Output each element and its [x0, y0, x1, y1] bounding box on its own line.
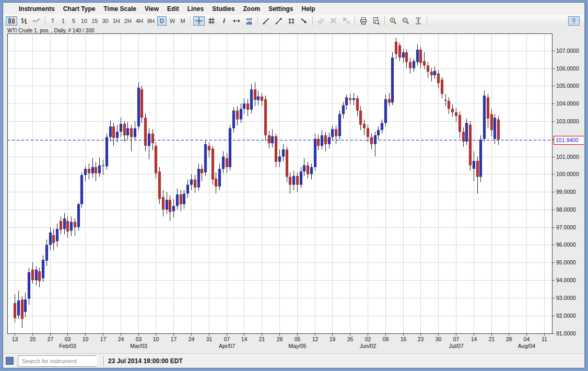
menu-item-lines[interactable]: Lines	[183, 4, 208, 14]
timescale-label: 10	[81, 18, 87, 24]
ray-icon	[275, 17, 283, 25]
x-axis-month-label: Mar/03	[130, 343, 147, 349]
print-button[interactable]	[358, 16, 369, 26]
volume-button[interactable]: vol	[243, 16, 255, 26]
zoom-out-button[interactable]	[400, 16, 411, 26]
chart-canvas[interactable]: 101.940091.000092.000093.000094.000095.0…	[4, 26, 584, 353]
search-box	[18, 355, 96, 367]
timescale-8h-button[interactable]: 8H	[146, 16, 156, 26]
arrow-button[interactable]	[298, 16, 310, 26]
expand-horizontal-button[interactable]	[231, 16, 242, 26]
timescale-1-button[interactable]: 1	[58, 16, 68, 26]
trendline-button[interactable]	[261, 16, 272, 26]
parallel-lines-icon	[317, 17, 325, 25]
timescale-label: W	[170, 18, 175, 24]
window-content: InstrumentsChart TypeTime ScaleViewEditL…	[3, 3, 584, 367]
candle	[483, 90, 486, 142]
grid-button[interactable]	[206, 16, 217, 26]
pin-toolbar-button[interactable]	[568, 16, 580, 26]
print-preview-icon	[372, 17, 380, 25]
y-axis-label: 99.0000	[556, 189, 576, 195]
timescale-2h-button[interactable]: 2H	[123, 16, 133, 26]
toolbar-separator	[190, 16, 191, 26]
menu-item-zoom[interactable]: Zoom	[239, 4, 264, 14]
x-axis-month-label: Feb/03	[59, 343, 76, 349]
candle	[384, 95, 387, 126]
parallel-lines-button[interactable]	[315, 16, 327, 26]
timescale-w-button[interactable]: W	[168, 16, 177, 26]
y-axis-label: 91.0000	[556, 330, 576, 337]
candle	[286, 147, 288, 182]
toolbar-separator	[312, 16, 313, 26]
delete-all-button[interactable]: all	[340, 16, 352, 26]
pin-icon	[570, 17, 578, 25]
menu-item-chart-type[interactable]: Chart Type	[59, 4, 100, 14]
x-axis-label: 21	[489, 336, 495, 342]
y-axis-label: 92.0000	[556, 312, 576, 319]
x-axis-label: 20	[30, 336, 36, 342]
line-chart-button[interactable]	[31, 16, 42, 26]
crosshair-button[interactable]	[193, 16, 205, 26]
candle	[137, 83, 140, 130]
x-axis-label: 28	[506, 336, 512, 342]
y-axis: 91.000092.000093.000094.000095.000096.00…	[552, 48, 579, 337]
y-axis-label: 96.0000	[556, 241, 576, 248]
arrow-icon	[300, 17, 308, 25]
x-axis-month-label: Aug/04	[518, 343, 535, 349]
timescale-label: 4H	[136, 18, 143, 24]
timescale-label: D	[160, 18, 164, 24]
search-input[interactable]	[21, 356, 97, 366]
info-button[interactable]: i	[218, 16, 230, 26]
menu-item-help[interactable]: Help	[297, 4, 319, 14]
zoom-in-button[interactable]	[387, 16, 399, 26]
menubar: InstrumentsChart TypeTime ScaleViewEditL…	[3, 3, 584, 15]
fit-vertical-button[interactable]	[413, 16, 424, 26]
timescale-label: 5	[72, 18, 75, 24]
x-axis-label: 11	[542, 336, 547, 342]
timescale-label: T	[51, 18, 55, 24]
candle	[155, 142, 157, 178]
candle	[140, 86, 143, 123]
menu-item-instruments[interactable]: Instruments	[15, 4, 59, 14]
x-axis-label: 31	[206, 336, 213, 342]
candle	[77, 202, 80, 230]
grid-icon	[207, 17, 216, 25]
channel-button[interactable]	[286, 16, 297, 26]
y-axis-label: 94.0000	[556, 277, 576, 283]
y-axis-label: 106.0000	[556, 65, 579, 72]
menu-item-edit[interactable]: Edit	[163, 4, 183, 14]
candle	[469, 121, 472, 171]
ray-button[interactable]	[273, 16, 285, 26]
x-axis-label: 19	[330, 336, 336, 342]
x-axis-label: 30	[436, 336, 442, 342]
menu-item-view[interactable]: View	[140, 4, 163, 14]
menu-item-studies[interactable]: Studies	[208, 4, 239, 14]
ohlc-bars-button[interactable]	[18, 16, 30, 26]
candlestick-chart-button[interactable]	[6, 16, 17, 26]
statusbar: 23 Jul 2014 19:00:00 EDT	[3, 353, 584, 368]
timescale-t-button[interactable]: T	[48, 16, 57, 26]
candle	[479, 135, 482, 182]
menu-item-settings[interactable]: Settings	[264, 4, 297, 14]
timescale-label: 2H	[124, 18, 132, 24]
menu-item-time-scale[interactable]: Time Scale	[99, 4, 140, 14]
timescale-d-button[interactable]: D	[157, 16, 167, 26]
x-axis-label: 13	[12, 336, 18, 342]
x-axis-label: 04	[524, 336, 530, 342]
timescale-5-button[interactable]: 5	[69, 16, 78, 26]
print-preview-button[interactable]	[370, 16, 382, 26]
x-axis-label: 14	[471, 336, 477, 342]
timescale-30-button[interactable]: 30	[101, 16, 110, 26]
timescale-10-button[interactable]: 10	[79, 16, 89, 26]
delete-button[interactable]	[328, 16, 339, 26]
timescale-15-button[interactable]: 15	[90, 16, 99, 26]
channel-icon	[287, 17, 296, 25]
timescale-m-button[interactable]: M	[178, 16, 187, 26]
x-axis-label: 23	[418, 336, 424, 342]
x-axis-label: 05	[295, 336, 301, 342]
timescale-1h-button[interactable]: 1H	[111, 16, 122, 26]
timescale-label: 1H	[113, 18, 120, 24]
y-axis-label: 100.0000	[556, 171, 579, 177]
x-axis-label: 16	[401, 336, 407, 342]
timescale-4h-button[interactable]: 4H	[134, 16, 145, 26]
